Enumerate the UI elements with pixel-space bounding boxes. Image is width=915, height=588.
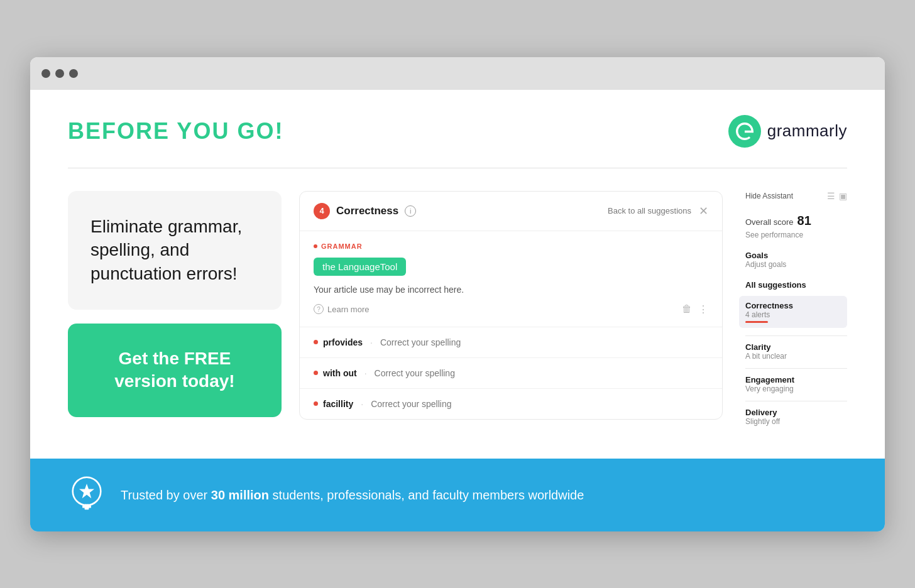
feature-text: Eliminate grammar, spelling, and punctua… [90,215,259,286]
info-icon[interactable]: i [405,205,416,217]
spelling-suggestion-3: Correct your spelling [371,399,451,409]
goals-label: Goals [745,251,847,260]
suggestion-engagement-name: Engagement [745,375,847,384]
suggestion-engagement-sub: Very engaging [745,384,847,393]
spelling-dot-2 [314,371,318,375]
suggestion-item-delivery[interactable]: Delivery Slightly off [745,408,847,426]
overall-score-number: 81 [797,214,811,228]
spelling-dot-3 [314,401,318,406]
suggestion-item-clarity[interactable]: Clarity A bit unclear [745,342,847,361]
suggestion-correctness-sub: 4 alerts [745,310,841,319]
grammarly-panel: 4 Correctness i Back to all suggestions … [299,191,723,420]
page-title: BEFORE YOU GO! [68,118,283,144]
goals-sub-label[interactable]: Adjust goals [745,260,847,269]
spelling-word-3: facillity [323,399,353,409]
grid-icon[interactable]: ▣ [839,191,847,201]
spelling-word-2: with out [323,368,357,378]
titlebar-dot-2 [55,69,64,78]
cta-text: Get the FREE version today! [90,347,259,393]
feature-box: Eliminate grammar, spelling, and punctua… [68,191,282,310]
overall-score-row: Overall score 81 [745,214,847,228]
badge-icon [68,476,106,514]
spelling-suggestion-2: Correct your spelling [375,368,455,378]
window-content: BEFORE YOU GO! grammarly Eliminate gramm… [30,90,885,433]
grammar-icon-actions: 🗑 ⋮ [682,303,708,315]
delete-icon[interactable]: 🗑 [682,303,692,315]
spelling-word-1: prfovides [323,337,363,347]
titlebar [30,57,885,90]
spelling-list: prfovides · Correct your spelling with o… [300,327,722,419]
grammarly-icon [728,115,761,148]
list-icon[interactable]: ☰ [827,191,835,201]
page-header: BEFORE YOU GO! grammarly [68,115,847,148]
see-performance-link[interactable]: See performance [745,231,847,239]
footer-bold-text: 30 million [211,488,269,502]
cta-box[interactable]: Get the FREE version today! [68,324,282,417]
learn-more-link[interactable]: ? Learn more [314,304,369,314]
back-to-suggestions[interactable]: Back to all suggestions [608,206,691,215]
right-sidebar: Hide Assistant ☰ ▣ Overall score 81 See … [740,191,847,433]
sidebar-icons: ☰ ▣ [827,191,847,201]
goals-row: Goals Adjust goals [745,251,847,269]
grammar-dot [314,244,317,248]
footer-banner: Trusted by over 30 million students, pro… [30,459,885,531]
spelling-dot-1 [314,340,318,344]
spelling-item-1[interactable]: prfovides · Correct your spelling [300,327,722,358]
svg-marker-2 [79,484,94,498]
grammarly-logo: grammarly [728,115,847,148]
sidebar-divider-3 [745,401,847,401]
main-window: BEFORE YOU GO! grammarly Eliminate gramm… [30,57,885,531]
suggestion-clarity-name: Clarity [745,342,847,352]
spelling-item-3[interactable]: facillity · Correct your spelling [300,389,722,419]
grammar-actions: ? Learn more 🗑 ⋮ [314,303,708,315]
header-divider [68,168,847,168]
suggestion-item-engagement[interactable]: Engagement Very engaging [745,375,847,393]
active-indicator [745,321,768,323]
grammar-tag[interactable]: the LanguageTool [314,258,406,276]
suggestion-clarity-sub: A bit unclear [745,352,847,361]
panel-header: 4 Correctness i Back to all suggestions … [300,192,722,231]
overall-score-label: Overall score [745,217,794,227]
suggestion-delivery-sub: Slightly off [745,417,847,426]
panel-header-right: Back to all suggestions ✕ [608,204,708,218]
grammar-label: GRAMMAR [314,242,708,250]
hide-assistant-link[interactable]: Hide Assistant [745,192,793,200]
svg-rect-4 [85,504,89,509]
panel-title: Correctness [336,205,398,217]
sidebar-divider-2 [745,368,847,369]
spelling-item-2[interactable]: with out · Correct your spelling [300,358,722,389]
titlebar-dot-1 [41,69,50,78]
left-column: Eliminate grammar, spelling, and punctua… [68,191,282,417]
grammarly-name: grammarly [767,121,847,141]
footer-text: Trusted by over 30 million students, pro… [121,486,584,504]
titlebar-dot-3 [69,69,78,78]
suggestion-correctness-name: Correctness [745,301,841,310]
suggestion-delivery-name: Delivery [745,408,847,417]
main-area: Eliminate grammar, spelling, and punctua… [68,191,847,433]
footer-text-before: Trusted by over [121,488,211,502]
footer-text-after: students, professionals, and faculty mem… [269,488,584,502]
sidebar-top: Hide Assistant ☰ ▣ [745,191,847,201]
all-suggestions-label: All suggestions [745,280,847,290]
grammar-section: GRAMMAR the LanguageTool Your article us… [300,231,722,327]
correctness-badge: 4 [314,203,330,219]
panel-close-button[interactable]: ✕ [699,204,708,218]
sidebar-divider-1 [745,335,847,336]
grammar-description: Your article use may be incorrect here. [314,285,708,295]
panel-header-left: 4 Correctness i [314,203,416,219]
more-options-icon[interactable]: ⋮ [698,303,708,315]
spelling-suggestion-1: Correct your spelling [380,337,461,347]
suggestion-item-correctness[interactable]: Correctness 4 alerts [739,296,847,328]
